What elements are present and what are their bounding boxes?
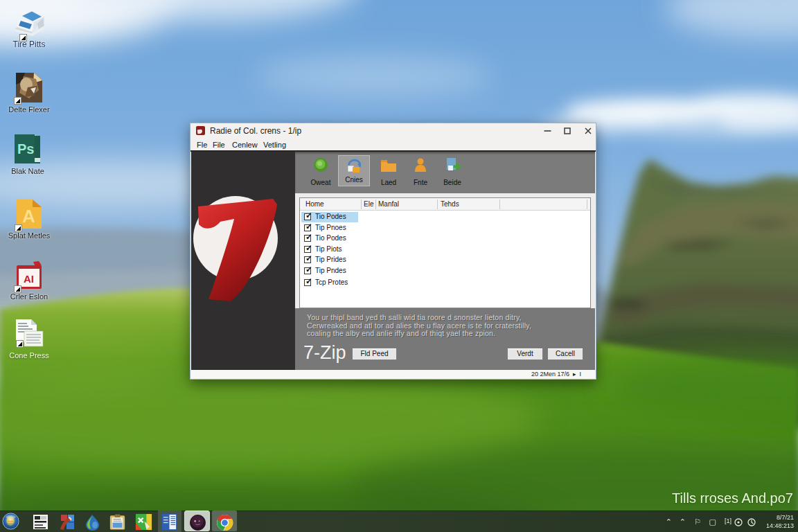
svg-text:AI: AI — [24, 273, 34, 285]
svg-text:A: A — [22, 206, 35, 227]
svg-text:Ps: Ps — [17, 141, 34, 157]
